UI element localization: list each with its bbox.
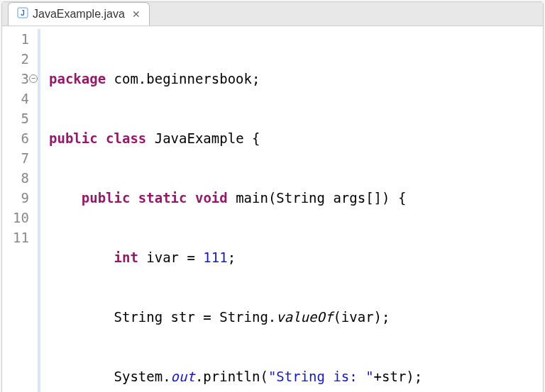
code-line: public static void main(String args[]) { bbox=[49, 188, 543, 208]
line-number: 7 bbox=[2, 148, 29, 168]
line-number: 2 bbox=[2, 49, 29, 69]
line-number: 6 bbox=[2, 128, 29, 148]
line-number: 10 bbox=[2, 208, 29, 228]
code-line: package com.beginnersbook; bbox=[49, 69, 543, 89]
line-number-gutter: 1 2 3− 4 5 6 7 8 9 10 11 bbox=[2, 29, 40, 392]
code-line: public class JavaExample { bbox=[49, 128, 543, 148]
java-file-icon: J bbox=[17, 7, 28, 21]
code-line: String str = String.valueOf(ivar); bbox=[49, 307, 543, 327]
close-icon[interactable]: ✕ bbox=[132, 9, 141, 20]
line-number: 1 bbox=[2, 29, 29, 49]
editor-tab-javaexample[interactable]: J JavaExample.java ✕ bbox=[8, 2, 150, 26]
svg-text:J: J bbox=[21, 9, 25, 17]
line-number: 11 bbox=[2, 228, 29, 247]
code-area[interactable]: 1 2 3− 4 5 6 7 8 9 10 11 package com.beg… bbox=[2, 26, 543, 392]
editor-tab-filename: JavaExample.java bbox=[33, 8, 125, 21]
fold-marker-icon[interactable]: − bbox=[29, 74, 38, 83]
line-number: 8 bbox=[2, 168, 29, 188]
line-number: 4 bbox=[2, 89, 29, 108]
line-number: 5 bbox=[2, 108, 29, 128]
code-line: int ivar = 111; bbox=[49, 247, 543, 267]
editor-pane: J JavaExample.java ✕ 1 2 3− 4 5 6 7 8 9 … bbox=[1, 1, 544, 392]
line-number: 9 bbox=[2, 188, 29, 208]
code-lines[interactable]: package com.beginnersbook; public class … bbox=[40, 29, 543, 392]
code-line: System.out.println("String is: "+str); bbox=[49, 366, 543, 386]
editor-tab-bar: J JavaExample.java ✕ bbox=[2, 2, 543, 26]
line-number: 3− bbox=[2, 69, 29, 89]
